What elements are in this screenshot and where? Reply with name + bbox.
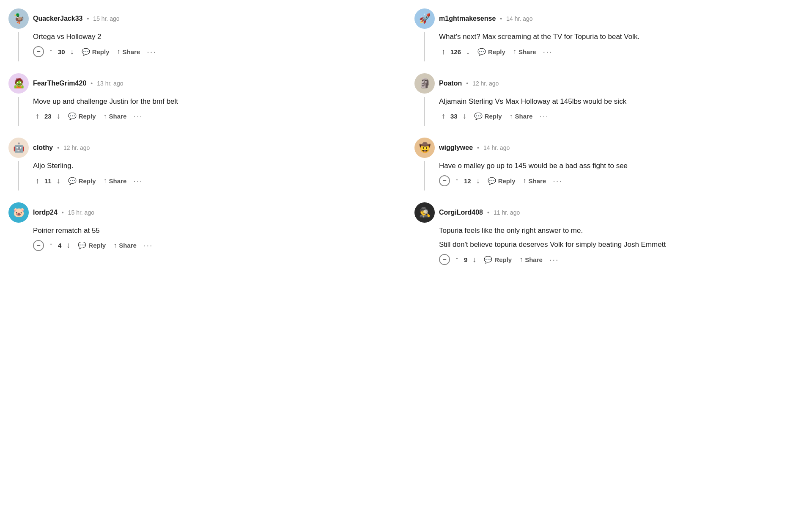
- downvote-button-quackerjack33[interactable]: ↓: [68, 46, 77, 58]
- comment-header-fearthegrim420: 🧟FearTheGrim420•13 hr. ago: [8, 73, 398, 94]
- upvote-button-poaton[interactable]: ↑: [439, 110, 448, 122]
- thread-line: [18, 161, 19, 190]
- collapse-button-corgilord408[interactable]: −: [439, 254, 450, 265]
- share-button-poaton[interactable]: ↑ Share: [507, 111, 535, 122]
- timestamp-poaton: 12 hr. ago: [472, 80, 499, 87]
- reply-button-lordp24[interactable]: 💬 Reply: [75, 240, 108, 251]
- comment-body-clothy: Aljo Sterling.↑11↓💬 Reply↑ Share···: [33, 160, 398, 187]
- username-m1ghtmakesense[interactable]: m1ghtmakesense: [439, 15, 496, 22]
- more-button-wigglywee[interactable]: ···: [551, 176, 564, 186]
- reply-button-poaton[interactable]: 💬 Reply: [472, 110, 505, 122]
- thread-line: [424, 32, 425, 61]
- vote-count-poaton: 33: [450, 113, 458, 120]
- more-button-lordp24[interactable]: ···: [142, 240, 155, 250]
- separator-dot: •: [466, 80, 468, 87]
- more-button-poaton[interactable]: ···: [538, 111, 551, 121]
- timestamp-corgilord408: 11 hr. ago: [494, 209, 520, 216]
- actions-quackerjack33: −↑30↓💬 Reply↑ Share···: [33, 46, 398, 58]
- collapse-button-quackerjack33[interactable]: −: [33, 46, 44, 57]
- comment-clothy: 🤖clothy•12 hr. agoAljo Sterling.↑11↓💬 Re…: [8, 138, 398, 190]
- avatar-wigglywee: 🤠: [414, 138, 435, 158]
- upvote-button-quackerjack33[interactable]: ↑: [47, 46, 55, 58]
- comment-text-corgilord408: Topuria feels like the only right answer…: [439, 225, 804, 236]
- avatar-lordp24: 🐷: [8, 202, 29, 223]
- comment-corgilord408: 🕵️CorgiLord408•11 hr. agoTopuria feels l…: [414, 202, 804, 269]
- actions-fearthegrim420: ↑23↓💬 Reply↑ Share···: [33, 110, 398, 122]
- vote-count-wigglywee: 12: [464, 177, 471, 185]
- actions-wigglywee: −↑12↓💬 Reply↑ Share···: [439, 175, 804, 187]
- reply-button-corgilord408[interactable]: 💬 Reply: [481, 254, 514, 265]
- comment-text-m1ghtmakesense: What's next? Max screaming at the TV for…: [439, 31, 804, 42]
- separator-dot: •: [500, 15, 502, 22]
- collapse-button-wigglywee[interactable]: −: [439, 175, 450, 186]
- comment-fearthegrim420: 🧟FearTheGrim420•13 hr. agoMove up and ch…: [8, 73, 398, 126]
- separator-dot: •: [91, 80, 93, 87]
- share-button-lordp24[interactable]: ↑ Share: [111, 240, 139, 251]
- upvote-button-lordp24[interactable]: ↑: [47, 239, 55, 251]
- username-lordp24[interactable]: lordp24: [33, 209, 58, 216]
- upvote-button-fearthegrim420[interactable]: ↑: [33, 110, 42, 122]
- comment-header-wigglywee: 🤠wigglywee•14 hr. ago: [414, 138, 804, 158]
- thread-line: [18, 32, 19, 61]
- downvote-button-clothy[interactable]: ↓: [54, 175, 63, 187]
- upvote-button-corgilord408[interactable]: ↑: [453, 254, 461, 266]
- comment-text-lordp24: Poirier rematch at 55: [33, 225, 398, 236]
- comments-layout: 🦆QuackerJack33•15 hr. agoOrtega vs Hollo…: [8, 8, 804, 281]
- reply-button-wigglywee[interactable]: 💬 Reply: [485, 175, 518, 187]
- upvote-button-wigglywee[interactable]: ↑: [453, 175, 461, 187]
- username-corgilord408[interactable]: CorgiLord408: [439, 209, 483, 216]
- comment-body-quackerjack33: Ortega vs Holloway 2−↑30↓💬 Reply↑ Share·…: [33, 31, 398, 58]
- downvote-button-poaton[interactable]: ↓: [460, 110, 469, 122]
- downvote-button-corgilord408[interactable]: ↓: [470, 254, 479, 266]
- comment-lordp24: 🐷lordp24•15 hr. agoPoirier rematch at 55…: [8, 202, 398, 255]
- username-quackerjack33[interactable]: QuackerJack33: [33, 15, 82, 22]
- username-wigglywee[interactable]: wigglywee: [439, 144, 473, 152]
- actions-clothy: ↑11↓💬 Reply↑ Share···: [33, 175, 398, 187]
- downvote-button-wigglywee[interactable]: ↓: [474, 175, 483, 187]
- downvote-button-lordp24[interactable]: ↓: [64, 239, 73, 251]
- username-clothy[interactable]: clothy: [33, 144, 53, 152]
- vote-count-corgilord408: 9: [464, 256, 467, 263]
- collapse-button-lordp24[interactable]: −: [33, 240, 44, 251]
- share-button-quackerjack33[interactable]: ↑ Share: [115, 46, 143, 57]
- actions-m1ghtmakesense: ↑126↓💬 Reply↑ Share···: [439, 46, 804, 58]
- comment-poaton: 🗿Poaton•12 hr. agoAljamain Sterling Vs M…: [414, 73, 804, 126]
- timestamp-clothy: 12 hr. ago: [63, 144, 90, 151]
- timestamp-fearthegrim420: 13 hr. ago: [97, 80, 123, 87]
- reply-button-clothy[interactable]: 💬 Reply: [66, 175, 99, 187]
- comment-body-lordp24: Poirier rematch at 55−↑4↓💬 Reply↑ Share·…: [33, 225, 398, 252]
- comment-header-quackerjack33: 🦆QuackerJack33•15 hr. ago: [8, 8, 398, 29]
- reply-button-quackerjack33[interactable]: 💬 Reply: [79, 46, 112, 58]
- upvote-button-m1ghtmakesense[interactable]: ↑: [439, 46, 448, 58]
- share-button-wigglywee[interactable]: ↑ Share: [521, 175, 549, 186]
- comment-body-corgilord408: Topuria feels like the only right answer…: [439, 225, 804, 266]
- downvote-button-m1ghtmakesense[interactable]: ↓: [464, 46, 472, 58]
- upvote-button-clothy[interactable]: ↑: [33, 175, 42, 187]
- share-button-corgilord408[interactable]: ↑ Share: [517, 254, 545, 265]
- more-button-corgilord408[interactable]: ···: [548, 255, 561, 265]
- avatar-clothy: 🤖: [8, 138, 29, 158]
- downvote-button-fearthegrim420[interactable]: ↓: [54, 110, 63, 122]
- comment-header-poaton: 🗿Poaton•12 hr. ago: [414, 73, 804, 94]
- vote-count-m1ghtmakesense: 126: [450, 48, 461, 55]
- username-fearthegrim420[interactable]: FearTheGrim420: [33, 80, 86, 87]
- more-button-fearthegrim420[interactable]: ···: [132, 111, 145, 121]
- more-button-m1ghtmakesense[interactable]: ···: [541, 47, 554, 57]
- timestamp-wigglywee: 14 hr. ago: [483, 144, 510, 151]
- thread-line: [424, 161, 425, 190]
- reply-button-m1ghtmakesense[interactable]: 💬 Reply: [475, 46, 508, 58]
- more-button-quackerjack33[interactable]: ···: [145, 47, 158, 57]
- username-poaton[interactable]: Poaton: [439, 80, 462, 87]
- separator-dot: •: [57, 144, 59, 151]
- share-button-fearthegrim420[interactable]: ↑ Share: [101, 111, 129, 122]
- share-button-clothy[interactable]: ↑ Share: [101, 175, 129, 186]
- comment-header-lordp24: 🐷lordp24•15 hr. ago: [8, 202, 398, 223]
- reply-button-fearthegrim420[interactable]: 💬 Reply: [66, 110, 99, 122]
- comment-text2-corgilord408: Still don't believe topuria deserves Vol…: [439, 239, 804, 250]
- timestamp-m1ghtmakesense: 14 hr. ago: [506, 15, 532, 22]
- comment-header-m1ghtmakesense: 🚀m1ghtmakesense•14 hr. ago: [414, 8, 804, 29]
- vote-count-fearthegrim420: 23: [44, 113, 52, 120]
- comment-text-quackerjack33: Ortega vs Holloway 2: [33, 31, 398, 42]
- share-button-m1ghtmakesense[interactable]: ↑ Share: [510, 46, 539, 57]
- more-button-clothy[interactable]: ···: [132, 176, 145, 186]
